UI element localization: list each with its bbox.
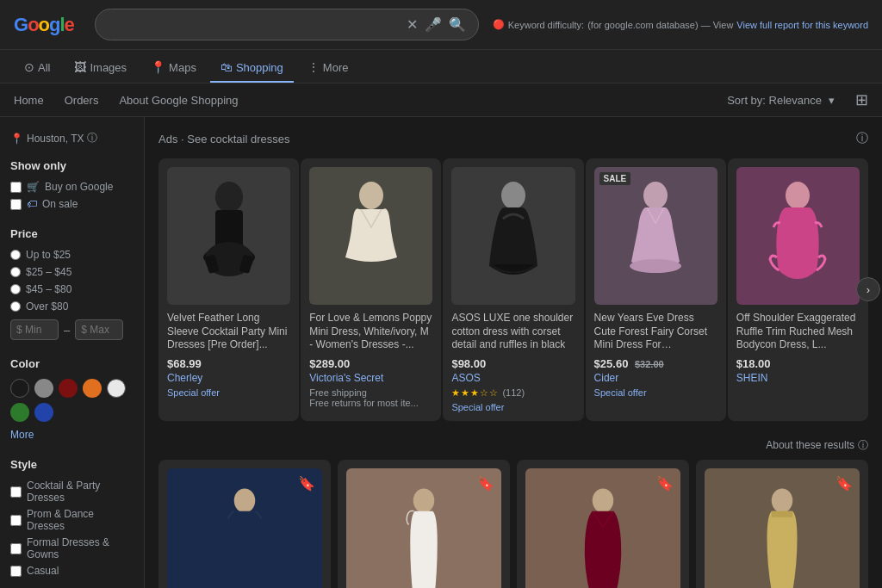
ads-text: Ads · See cocktail dresses <box>158 133 289 145</box>
product-card-3[interactable]: ASOS LUXE one shoulder cotton dress with… <box>443 158 583 421</box>
grid-product-card-6[interactable]: 🔖 Lulus | How Much I Care Midnight Blue … <box>158 460 331 588</box>
tab-shopping[interactable]: 🛍 Shopping <box>210 53 294 83</box>
product-title-3: ASOS LUXE one shoulder cotton dress with… <box>451 312 575 352</box>
product-image-1 <box>167 167 290 305</box>
bookmark-icon-9[interactable]: 🔖 <box>835 475 853 492</box>
sale-badge-4: SALE <box>599 172 631 185</box>
nav-home[interactable]: Home <box>14 94 44 107</box>
bookmark-icon-6[interactable]: 🔖 <box>298 475 315 492</box>
product-store-3: ASOS <box>451 372 575 384</box>
product-card-4[interactable]: SALE New Years Eve Dress Cute Forest Fai… <box>586 158 726 421</box>
grid-product-card-8[interactable]: 🔖 Lulus | Spectacular Feeling Burgundy E… <box>517 460 689 588</box>
buy-on-google-option[interactable]: 🛒 Buy on Google <box>10 181 134 193</box>
color-swatch-black[interactable] <box>10 379 29 398</box>
nav-about[interactable]: About Google Shopping <box>119 94 238 107</box>
style-formal[interactable]: Formal Dresses & Gowns <box>10 536 134 560</box>
product-special-1: Special offer <box>167 387 290 398</box>
product-store-5: SHEIN <box>736 372 860 384</box>
tab-images-label: Images <box>90 61 127 74</box>
buy-on-google-label: Buy on Google <box>45 181 113 193</box>
search-input[interactable]: cocktail dresses <box>108 18 400 32</box>
tab-images[interactable]: 🖼 Images <box>64 53 137 83</box>
buy-icon: 🛒 <box>27 181 40 193</box>
price-over-80[interactable]: Over $80 <box>10 300 134 313</box>
tab-all-label: All <box>38 61 50 74</box>
color-swatch-darkred[interactable] <box>59 379 78 398</box>
main-layout: 📍 Houston, TX ⓘ Show only 🛒 Buy on Googl… <box>0 117 882 588</box>
nav-tabs: ⊙ All 🖼 Images 📍 Maps 🛍 Shopping ⋮ More <box>0 50 882 84</box>
color-swatch-white[interactable] <box>107 379 126 398</box>
style-formal-label: Formal Dresses & Gowns <box>27 536 134 560</box>
tab-shopping-label: Shopping <box>236 61 283 74</box>
product-special-4: Special offer <box>594 387 717 398</box>
keyword-link[interactable]: View full report for this keyword <box>736 20 868 30</box>
style-prom[interactable]: Prom & Dance Dresses <box>10 508 134 532</box>
grid-product-image-6: 🔖 <box>167 468 322 588</box>
bookmark-icon-7[interactable]: 🔖 <box>477 475 494 492</box>
price-max-input[interactable] <box>75 319 123 340</box>
sort-by-dropdown[interactable]: Sort by: Relevance ▾ <box>727 94 835 107</box>
svg-point-8 <box>643 182 668 209</box>
search-bar: cocktail dresses ✕ 🎤 🔍 <box>95 9 479 40</box>
product-card-1[interactable]: Velvet Feather Long Sleeve Cocktail Part… <box>158 158 299 421</box>
shopping-icon: 🛍 <box>220 60 233 74</box>
voice-search-button[interactable]: 🎤 <box>425 16 442 33</box>
sort-by-label: Sort by: Relevance <box>727 94 822 107</box>
product-image-5 <box>736 167 860 305</box>
search-submit-button[interactable]: 🔍 <box>449 16 466 33</box>
location-help-icon[interactable]: ⓘ <box>87 131 97 145</box>
images-icon: 🖼 <box>74 60 86 74</box>
price-25-45[interactable]: $25 – $45 <box>10 266 134 278</box>
bookmark-icon-8[interactable]: 🔖 <box>656 475 674 492</box>
svg-point-10 <box>786 182 810 209</box>
product-card-5[interactable]: Off Shoulder Exaggerated Ruffle Trim Ruc… <box>728 158 868 421</box>
color-more-link[interactable]: More <box>10 429 134 441</box>
tab-maps[interactable]: 📍 Maps <box>140 53 207 83</box>
info-icon[interactable]: ⓘ <box>856 131 868 146</box>
tab-more[interactable]: ⋮ More <box>297 53 359 83</box>
keyword-dot: 🔴 <box>493 19 505 30</box>
dress-illustration-2 <box>337 180 406 292</box>
color-swatch-blue[interactable] <box>34 403 53 422</box>
ads-header: Ads · See cocktail dresses ⓘ <box>158 131 868 146</box>
product-special-3: Special offer <box>451 402 575 412</box>
nav-orders[interactable]: Orders <box>65 94 99 107</box>
svg-point-12 <box>413 488 435 512</box>
about-results-icon[interactable]: ⓘ <box>858 438 868 453</box>
grid-product-card-9[interactable]: 🔖 Lightinthebox Cocktail Dresses Party D… <box>696 460 868 588</box>
product-store-4: Cider <box>594 372 717 384</box>
style-prom-label: Prom & Dance Dresses <box>27 508 134 532</box>
price-range-inputs: – <box>10 319 134 340</box>
product-shipping-2: Free shipping <box>309 387 432 398</box>
style-cocktail-label: Cocktail & Party Dresses <box>27 480 134 504</box>
price-up-to-25[interactable]: Up to $25 <box>10 249 134 261</box>
carousel-next-button[interactable]: › <box>856 277 880 301</box>
grid-view-icon[interactable]: ⊞ <box>855 90 868 109</box>
svg-point-13 <box>593 488 614 512</box>
more-icon: ⋮ <box>307 60 320 74</box>
color-swatch-green[interactable] <box>10 403 29 422</box>
show-only-section: Show only 🛒 Buy on Google 🏷 On sale <box>10 159 134 210</box>
location-info: 📍 Houston, TX ⓘ <box>10 131 134 145</box>
color-swatch-orange[interactable] <box>83 379 102 398</box>
style-cocktail[interactable]: Cocktail & Party Dresses <box>10 480 134 504</box>
tag-icon: 🏷 <box>27 198 37 210</box>
clear-search-button[interactable]: ✕ <box>407 16 418 33</box>
product-card-2[interactable]: For Love & Lemons Poppy Mini Dress, Whit… <box>301 158 441 421</box>
price-45-80[interactable]: $45 – $80 <box>10 283 134 295</box>
price-min-input[interactable] <box>10 319 59 340</box>
product-title-5: Off Shoulder Exaggerated Ruffle Trim Ruc… <box>736 312 860 352</box>
tab-all[interactable]: ⊙ All <box>14 53 60 83</box>
on-sale-option[interactable]: 🏷 On sale <box>10 198 134 210</box>
location-pin-icon: 📍 <box>10 133 23 145</box>
buy-on-google-checkbox[interactable] <box>10 182 22 193</box>
product-price-2: $289.00 <box>309 357 432 370</box>
svg-point-6 <box>359 182 383 209</box>
product-title-1: Velvet Feather Long Sleeve Cocktail Part… <box>167 312 290 352</box>
grid-dress-illustration-6 <box>214 481 275 588</box>
google-logo: Google <box>14 14 74 36</box>
color-swatch-gray[interactable] <box>34 379 53 398</box>
style-casual[interactable]: Casual <box>10 565 134 577</box>
grid-product-card-7[interactable]: 🔖 Lightinthebox Sheath Column Elegant Bo… <box>338 460 510 588</box>
on-sale-checkbox[interactable] <box>10 199 22 210</box>
